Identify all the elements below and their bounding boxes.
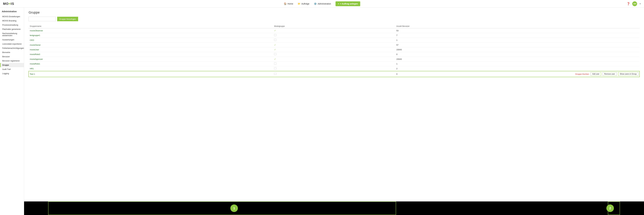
checkbox-empty <box>274 39 276 41</box>
table-row[interactable]: moxisRole11 <box>28 62 640 66</box>
cell-actions <box>517 28 640 33</box>
table-row[interactable]: moxisRole30 <box>28 52 640 57</box>
cell-modulgruppe: ✓ <box>273 57 395 62</box>
main-content: Gruppe Gruppe hinzufügen Gruppenname Mod… <box>24 8 644 201</box>
cell-modulgruppe <box>273 38 395 43</box>
cell-gruppenname: HR1 <box>28 66 273 71</box>
nav-home[interactable]: 🏠 Home <box>284 3 293 5</box>
nav-administration-label: Administration <box>318 3 331 5</box>
sidebar-item-prozessverwaltung[interactable]: Prozessverwaltung <box>0 23 24 27</box>
table-row[interactable]: HR12 <box>28 66 640 71</box>
cell-actions <box>517 66 640 71</box>
cell-anzahl: 2 <box>395 66 517 71</box>
checkbox-empty <box>274 34 276 36</box>
sidebar-item-benutzer-registrieren[interactable]: Benutzer registrieren <box>0 59 24 63</box>
cell-modulgruppe <box>273 71 395 77</box>
nav-center: 🏠 Home 📁 Aufträge ⚙️ Administration + + … <box>284 1 360 6</box>
sidebar-item-nachverarbeitung-wiederholen[interactable]: Nachverarbeitung wiederholen <box>0 31 24 38</box>
cell-actions <box>517 43 640 47</box>
nav-administration[interactable]: ⚙️ Administration <box>314 3 331 5</box>
cell-actions <box>517 62 640 66</box>
cell-gruppenname: moxisObserver <box>28 28 273 33</box>
nav-auftraege-label: Aufträge <box>302 3 309 5</box>
cell-gruppenname: moxisApprover <box>28 57 273 62</box>
groups-table: Gruppenname Modulgruppe Anzahl Benutzer … <box>28 24 640 77</box>
cell-anzahl: 15043 <box>395 57 517 62</box>
sidebar-item-lizenzdatei-exportieren[interactable]: Lizenzdatei exportieren <box>0 42 24 46</box>
cell-actions: Gruppe löschen Add user Remove user Show… <box>517 71 640 77</box>
table-header-row: Gruppenname Modulgruppe Anzahl Benutzer <box>28 24 640 28</box>
check-icon: ✓ <box>274 44 276 46</box>
sidebar-item-moxis-einstellungen[interactable]: MOXIS Einstellungen <box>0 15 24 19</box>
sidebar-item-biometrie[interactable]: Biometrie <box>0 50 24 55</box>
checkbox-empty <box>274 63 276 65</box>
add-group-button[interactable]: Gruppe hinzufügen <box>57 17 78 21</box>
cell-anzahl: 53 <box>395 28 517 33</box>
table-row[interactable]: testgruppe17 <box>28 33 640 38</box>
nav-right: ❓ AH ▼ <box>627 1 641 6</box>
cell-actions <box>517 33 640 38</box>
cell-anzahl: 0 <box>395 52 517 57</box>
cell-actions <box>517 57 640 62</box>
sidebar-item-logging[interactable]: Logging <box>0 71 24 76</box>
nav-auftraege[interactable]: 📁 Aufträge <box>298 3 309 5</box>
header: MO×IS 🏠 Home 📁 Aufträge ⚙️ Administratio… <box>0 0 644 8</box>
logo-is: IS <box>11 2 14 6</box>
sidebar-item-platzhalter-generieren[interactable]: Platzhalter generieren <box>0 27 24 31</box>
table-row[interactable]: moxisObserver✓53 <box>28 28 640 33</box>
badge-2: 2 <box>606 204 614 212</box>
sidebar-title: Administration <box>0 9 24 14</box>
col-actions <box>517 24 640 28</box>
table-row[interactable]: Test 10 Gruppe löschen Add user Remove u… <box>28 71 640 77</box>
sidebar-item-benutzer[interactable]: Benutzer <box>0 55 24 59</box>
sidebar-item-moxis-branding[interactable]: MOXIS Branding <box>0 19 24 23</box>
sidebar-item-audit-trail[interactable]: Audit Trail <box>0 67 24 71</box>
checkbox-empty <box>274 67 276 70</box>
remove-user-button[interactable]: Remove user <box>602 72 616 76</box>
bottom-bar: 1 2 <box>24 201 644 215</box>
show-users-button[interactable]: Show users in Group <box>618 72 638 76</box>
cell-anzahl: 1 <box>395 38 517 43</box>
col-modulgruppe: Modulgruppe <box>273 24 395 28</box>
home-icon: 🏠 <box>284 3 287 5</box>
cell-modulgruppe: ✓ <box>273 28 395 33</box>
help-icon[interactable]: ❓ <box>627 2 630 6</box>
table-row[interactable]: moxisOwner✓57 <box>28 43 640 47</box>
layout: Administration MOXIS EinstellungenMOXIS … <box>0 8 644 215</box>
logo[interactable]: MO×IS <box>3 2 14 6</box>
cell-modulgruppe <box>273 62 395 66</box>
logo-text: MO <box>3 2 8 6</box>
check-icon: ✓ <box>274 58 276 60</box>
cell-gruppenname: moxisUser <box>28 47 273 52</box>
table-container: Gruppenname Modulgruppe Anzahl Benutzer … <box>28 24 640 77</box>
cell-modulgruppe <box>273 33 395 38</box>
group-name-input[interactable] <box>28 17 56 21</box>
cell-anzahl: 7 <box>395 33 517 38</box>
col-anzahl: Anzahl Benutzer <box>395 24 517 28</box>
cell-gruppenname: moxisRole3 <box>28 52 273 57</box>
plus-icon: + <box>338 3 339 5</box>
table-row[interactable]: moxisUser✓15043 <box>28 47 640 52</box>
table-row[interactable]: moxisApprover✓15043 <box>28 57 640 62</box>
cell-anzahl: 15043 <box>395 47 517 52</box>
cell-gruppenname: moxisOwner <box>28 43 273 47</box>
cell-gruppenname: Test 1 <box>28 71 273 77</box>
cell-gruppenname: CEO <box>28 38 273 43</box>
logo-x: × <box>8 2 11 6</box>
page-title: Gruppe <box>28 11 640 15</box>
gear-icon: ⚙️ <box>314 3 317 5</box>
auftrag-anlegen-button[interactable]: + + Auftrag anlegen <box>336 1 360 6</box>
cell-gruppenname: testgruppe1 <box>28 33 273 38</box>
sidebar: Administration MOXIS EinstellungenMOXIS … <box>0 8 24 215</box>
sidebar-item-auswertungen[interactable]: Auswertungen <box>0 38 24 42</box>
check-icon: ✓ <box>274 48 276 51</box>
avatar[interactable]: AH <box>632 1 637 6</box>
cell-anzahl: 1 <box>395 62 517 66</box>
delete-group-button[interactable]: Gruppe löschen <box>575 73 589 75</box>
add-user-button[interactable]: Add user <box>590 72 601 76</box>
chevron-down-icon[interactable]: ▼ <box>639 3 641 5</box>
table-row[interactable]: CEO1 <box>28 38 640 43</box>
cell-modulgruppe <box>273 66 395 71</box>
sidebar-item-gruppe[interactable]: Gruppe <box>0 63 24 67</box>
sidebar-item-fehlerbenachrichtigungen[interactable]: Fehlerbenachrichtigungen <box>0 46 24 50</box>
